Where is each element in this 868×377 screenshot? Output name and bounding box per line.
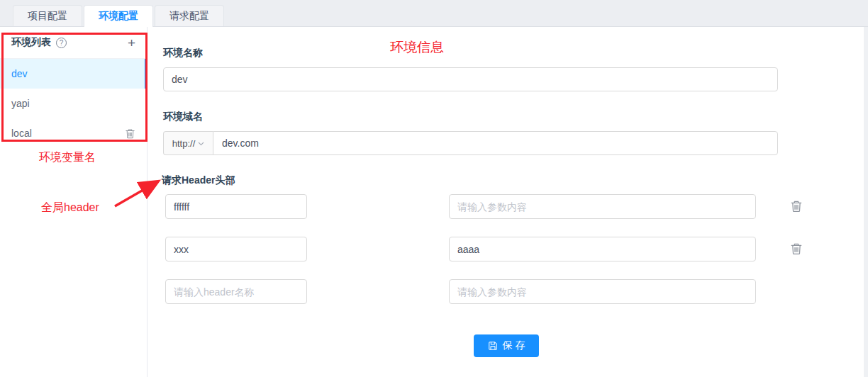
annotation-env-info: 环境信息 xyxy=(390,38,444,57)
env-name-input[interactable] xyxy=(163,67,778,91)
delete-environment-icon[interactable] xyxy=(125,128,135,139)
environment-config-page: 项目配置 环境配置 请求配置 环境列表 ? + dev yapi local xyxy=(0,0,868,377)
env-domain-input[interactable] xyxy=(213,131,778,155)
tab-environment-config[interactable]: 环境配置 xyxy=(84,5,153,27)
delete-header-row-icon-1[interactable] xyxy=(790,200,803,213)
env-domain-group: http:// xyxy=(163,131,778,155)
tab-request-config-label: 请求配置 xyxy=(169,10,209,23)
env-item-local-label: local xyxy=(11,128,32,139)
environment-list-header: 环境列表 ? + xyxy=(0,27,147,59)
tab-project-config[interactable]: 项目配置 xyxy=(13,5,82,26)
protocol-select[interactable]: http:// xyxy=(163,131,213,155)
env-name-label: 环境名称 xyxy=(163,47,203,60)
chevron-down-icon xyxy=(198,142,204,146)
tab-environment-config-label: 环境配置 xyxy=(99,10,138,23)
protocol-select-value: http:// xyxy=(172,138,196,149)
env-item-local[interactable]: local xyxy=(0,118,147,148)
env-item-yapi-label: yapi xyxy=(11,98,30,109)
env-domain-label: 环境域名 xyxy=(163,111,203,123)
request-header-label: 请求Header头部 xyxy=(162,174,235,187)
tab-project-config-label: 项目配置 xyxy=(28,10,67,23)
delete-header-row-icon-2[interactable] xyxy=(790,242,803,255)
scroll-track xyxy=(864,27,868,377)
header-name-input-3[interactable] xyxy=(165,279,307,304)
config-tabbar: 项目配置 环境配置 请求配置 xyxy=(0,0,868,27)
save-button-label: 保 存 xyxy=(503,339,525,352)
environment-sidebar: 环境列表 ? + dev yapi local xyxy=(0,27,148,377)
save-button[interactable]: 保 存 xyxy=(474,334,539,357)
environment-list-title: 环境列表 xyxy=(11,36,51,49)
add-environment-button[interactable]: + xyxy=(128,36,135,50)
header-value-input-3[interactable] xyxy=(449,279,756,304)
header-name-input-1[interactable] xyxy=(165,194,307,219)
env-item-dev[interactable]: dev xyxy=(0,59,147,89)
header-value-input-1[interactable] xyxy=(449,194,756,219)
save-icon xyxy=(488,341,498,351)
question-circle-icon[interactable]: ? xyxy=(56,38,67,48)
env-item-yapi[interactable]: yapi xyxy=(0,89,147,118)
header-value-input-2[interactable] xyxy=(449,237,756,261)
env-item-dev-label: dev xyxy=(11,68,28,79)
tab-request-config[interactable]: 请求配置 xyxy=(155,5,224,26)
header-name-input-2[interactable] xyxy=(165,237,307,261)
